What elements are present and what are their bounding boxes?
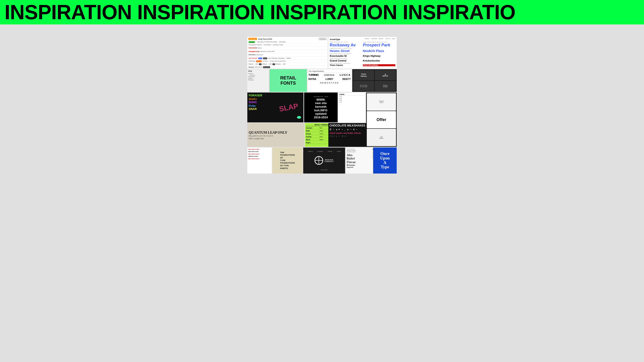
design-sub-text: buy our book	[321, 169, 328, 170]
social-row: Canneloni Merch	[248, 46, 326, 50]
design-main: DESIGN COMMUNITY	[314, 156, 334, 165]
type-row-turbinio: TURBINIO Undertone LUGCA	[308, 74, 351, 77]
design-globe-icon	[314, 156, 323, 165]
rettype-name-oracle: Oracle	[306, 133, 320, 134]
nav-cart[interactable]: CART	[392, 38, 395, 39]
following-btn[interactable]: Following	[318, 38, 326, 40]
quantum-text3: Take a simple idea	[249, 137, 303, 140]
social-row: Severer Malomaniac font service	[248, 66, 326, 68]
collage: monotype King Fancy Elite Following wear…	[247, 37, 397, 182]
rettype-name-connect: Connect	[306, 127, 320, 129]
social-feed-inner: monotype King Fancy Elite Following wear…	[247, 37, 328, 68]
tf-rockaway: Rockaway Av	[330, 43, 362, 47]
bw-cell-label-3: gridsystem	[379, 136, 384, 139]
oars-tile: OARS Jimha Quipi Kexip Ypnk ← →	[338, 92, 366, 122]
handle-ig4: Following	[328, 151, 332, 152]
ales-improbi: improbi	[347, 166, 372, 168]
rettype-name-marfa: Marfa	[306, 139, 320, 140]
bw-large-cell-2: Offer	[367, 111, 396, 128]
social-row: Photography, Website → Good Weird → Bran…	[248, 44, 326, 46]
row-text: Malomaniac	[255, 66, 262, 68]
poster-cell-3: ity by mythnp. nq mph	[353, 81, 374, 91]
row-text: Photography, Website → Good Weird → Bran…	[248, 44, 283, 46]
ales-tile: Laurus (nomen)statumm) est genearomatica…	[346, 148, 372, 174]
bw-cell-offer: Offer	[376, 118, 386, 122]
championship: Championship	[248, 50, 260, 53]
tf-block-6: Kings Highway	[363, 53, 396, 57]
type-row-newsstand: NEWSSTAND	[308, 82, 351, 84]
numbers: 182-344-567	[248, 57, 258, 60]
arrowtype-grid: NAME SANS DISPLAY ULTRA Rockaway Av NAME…	[330, 42, 395, 66]
design-inner: vantagram Following speedtypes Following…	[303, 148, 345, 174]
superfam-logo: The Superfamilies	[308, 70, 324, 72]
canneloni: Canneloni	[248, 46, 257, 50]
poster-cell-1: ChefsGallery	[353, 70, 374, 80]
row-text: Barcelona London 2004	[260, 50, 275, 53]
tf-block-10: East Broadway	[363, 63, 396, 66]
rettype-name-repro: Repro	[306, 142, 320, 144]
tf-block-4: Newkirk Plaza	[363, 48, 396, 52]
design-label-main: DESIGN	[324, 159, 334, 161]
alphabet-tile: ABCDEFGHII ABCDEFGHI ABCDEFGHIJ ABDEFGHI…	[247, 148, 272, 174]
handle-ig1: vantagram	[303, 151, 304, 152]
alpha-row-3: ABCDEFGHIJ	[248, 153, 271, 155]
bayba-name: BAYBA	[308, 78, 316, 80]
tag-wearables: wearables	[248, 41, 255, 43]
xyz-header: XYZ.	[248, 70, 268, 72]
arrowtype-nav-bar: ArrowType FONTS CUSTOM ABOUT LOG IN CART	[330, 38, 395, 40]
nav-custom[interactable]: CUSTOM	[371, 38, 377, 39]
tf-grand: Grand Central	[330, 60, 362, 62]
tag-lp2: LP	[272, 63, 275, 65]
social-row: Website → af94 LP Website → af94 LP Webs…	[248, 63, 326, 66]
tf-block-7: NAME SANS DISPLAY BOLD Grand Central	[330, 58, 362, 62]
retail-fonts-text: RETAILFONTS	[280, 75, 296, 86]
ales-names: Ales Rubri Flavae Briareus improbi	[347, 154, 372, 168]
kinetic-inner: THE FOUNDATIONS OF TYPE FOUNDATIONS OF T…	[272, 148, 302, 174]
social-row: Grosses Batiminium	[248, 53, 326, 57]
quantum-inner: QUANTUM LEAP ONLY Dig galleries, for the…	[247, 123, 304, 147]
nav-about[interactable]: ABOUT	[379, 38, 384, 39]
bw-large-tile: POSCAlayout Offer gridsystem	[366, 92, 397, 147]
bw-large-cell-3: gridsystem	[367, 129, 396, 146]
rettype-name-rom: ROM	[306, 130, 320, 132]
tf-block-9: NAME SANS DISPLAY SEMIBOLD Times Square	[330, 63, 362, 66]
social-row: wearables → Wearables The Whole Enchilad…	[248, 41, 326, 44]
ales-description: Laurus (nomen)statumm) est genearomatica…	[347, 148, 372, 152]
poster-text-1: ChefsGallery	[360, 73, 366, 77]
ales-flavae: Flavae	[347, 160, 372, 164]
ales-ales: Ales	[347, 154, 372, 157]
kenneth-tile: kennethkuh.info Follow WWW. new site ken…	[304, 92, 338, 122]
kenneth-inner: kennethkuh.info Follow WWW. new site ken…	[304, 92, 338, 122]
ales-inner: Laurus (nomen)statumm) est genearomatica…	[346, 148, 372, 174]
nav-login[interactable]: LOG IN	[385, 38, 390, 39]
tag-lp: LP	[259, 63, 262, 65]
tf-east: East Broadway	[363, 64, 396, 66]
shape-decorative: ⬬	[297, 114, 301, 120]
oars-list: Jimha Quipi Kexip Ypnk	[339, 96, 364, 103]
poster-cell-2: leMATKA	[375, 70, 396, 80]
retail-fonts-inner: RETAILFONTS	[270, 69, 307, 92]
design-handles: vantagram Following speedtypes Following…	[303, 151, 345, 152]
type-names-list: TURBINIO Undertone LUGCA BAYBA LUBBY BEE…	[308, 74, 351, 84]
design-labels: DESIGN COMMUNITY	[324, 159, 334, 162]
tf-block-5: NAME SANS DISPLAY EXTRABOLD Kosciuszko S…	[330, 53, 362, 57]
rettype-name-gravity: Gravity	[306, 136, 320, 138]
nav-fonts[interactable]: FONTS	[365, 38, 369, 39]
alpha-row-5: ABCDEFGHIJ	[248, 158, 271, 160]
handle-ig2: Following	[308, 151, 313, 152]
bw-cell-label-1: POSCAlayout	[379, 100, 384, 103]
superfamilies-tile: The Superfamilies TURBINIO Undertone LUG…	[308, 69, 352, 92]
handle-ig5: gril/type	[337, 151, 341, 152]
alpha-row-4: ABDEFGHIJ	[248, 156, 271, 157]
bw-large-inner: POSCAlayout Offer gridsystem	[366, 92, 397, 147]
row-text: Website → af94	[248, 63, 258, 66]
tf-knickerbocker: Knickerbocker	[363, 60, 396, 62]
tag-dine: Diner	[258, 58, 262, 59]
once-inner: OnceUponAType	[373, 148, 397, 174]
tf-hewes: Hewes Street	[330, 49, 362, 52]
kinetic-tile: THE FOUNDATIONS OF TYPE FOUNDATIONS OF T…	[272, 148, 302, 174]
tf-block-2: NAME SANS DISPLAY REGULAR ITALIC Prospec…	[363, 42, 396, 47]
alpha-row-1: ABCDEFGHII	[248, 148, 271, 150]
oars-nav: ← →	[339, 104, 364, 105]
alpha-row-2: ABCDEFGHI	[248, 151, 271, 152]
